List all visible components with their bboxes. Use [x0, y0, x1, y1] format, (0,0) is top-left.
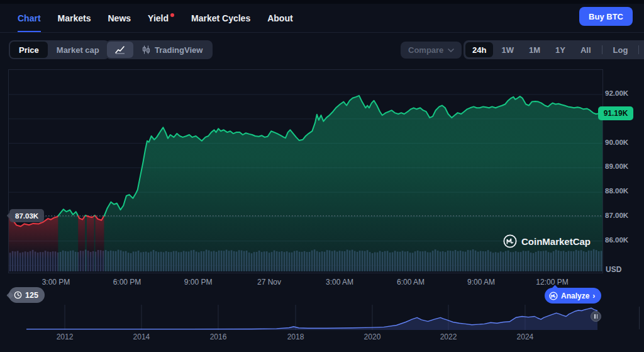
line-chart-mode-button[interactable]	[107, 42, 133, 58]
x-axis-label: 27 Nov	[257, 278, 281, 287]
x-axis-label: 9:00 PM	[184, 278, 213, 287]
y-axis-label: 86.00K	[605, 236, 628, 244]
line-chart-icon	[115, 45, 125, 54]
price-marketcap-toggle: Price Market cap	[9, 40, 109, 59]
y-axis-label: 92.00K	[605, 89, 628, 98]
range-button-all[interactable]: All	[574, 42, 598, 57]
nav-item-markets[interactable]: Markets	[58, 4, 91, 32]
coinmarketcap-chart-page: ChartMarketsNewsYieldMarket CyclesAbout …	[0, 0, 644, 352]
y-axis-label: 87.00K	[605, 212, 628, 220]
history-area-fill	[26, 308, 597, 330]
candlestick-icon	[142, 45, 150, 54]
nav-item-label: Chart	[18, 13, 41, 23]
analyze-label: Analyze	[561, 292, 589, 300]
nav-item-chart[interactable]: Chart	[18, 4, 41, 32]
nav-item-label: Markets	[58, 13, 91, 23]
year-axis-label: 2014	[133, 332, 150, 341]
buy-btc-button[interactable]: Buy BTC	[579, 7, 633, 26]
notification-dot-icon	[170, 13, 174, 17]
analyze-chevron-icon: ›	[592, 292, 595, 300]
y-axis-label: 89.00K	[605, 162, 628, 171]
toggle-market-cap[interactable]: Market cap	[48, 42, 108, 58]
time-range-selector: 24h1W1M1YAllLog	[464, 40, 644, 59]
divider	[638, 45, 639, 54]
coinmarketcap-logo-icon	[503, 234, 517, 248]
x-axis-label: 6:00 AM	[397, 278, 425, 287]
log-scale-button[interactable]: Log	[606, 42, 635, 57]
brush-handle[interactable]	[591, 311, 601, 322]
y-axis-label: 90.00K	[605, 139, 628, 147]
currency-unit-label: USD	[606, 265, 621, 274]
compare-button[interactable]: Compare	[401, 42, 462, 59]
brush-handle-grip-icon	[597, 314, 598, 319]
history-count-label: 125	[25, 291, 38, 300]
nav-item-market-cycles[interactable]: Market Cycles	[191, 4, 250, 32]
divider	[602, 45, 602, 54]
year-axis-label: 2012	[57, 332, 74, 341]
brush-handle-grip-icon	[594, 314, 596, 319]
range-button-1y[interactable]: 1Y	[548, 42, 572, 57]
x-axis-label: 6:00 PM	[113, 278, 142, 287]
chevron-down-icon	[448, 48, 454, 52]
nav-item-news[interactable]: News	[108, 4, 131, 32]
y-axis-label: 88.00K	[605, 187, 628, 195]
brush-right-edge-divider	[639, 307, 640, 329]
analyze-cmc-logo-icon	[549, 292, 558, 300]
year-axis-label: 2016	[210, 332, 227, 341]
history-brush-chart[interactable]	[26, 305, 597, 330]
watermark-label: CoinMarketCap	[521, 236, 591, 247]
compare-label: Compare	[408, 45, 443, 55]
nav-item-label: About	[267, 13, 292, 23]
nav-item-label: Yield	[148, 13, 169, 23]
analyze-button[interactable]: Analyze ›	[545, 288, 601, 304]
history-brush-svg	[26, 305, 597, 330]
toggle-price[interactable]: Price	[10, 42, 48, 58]
history-count-badge[interactable]: 125	[9, 287, 45, 303]
range-button-24h[interactable]: 24h	[465, 42, 493, 57]
x-axis-label: 3:00 PM	[42, 278, 70, 287]
current-price-tag: 91.19K	[598, 106, 633, 120]
watermark: CoinMarketCap	[503, 234, 591, 248]
year-axis-label: 2018	[287, 332, 304, 341]
tradingview-label: TradingView	[155, 45, 203, 55]
year-axis-label: 2022	[440, 332, 457, 341]
nav-item-about[interactable]: About	[267, 4, 292, 32]
chart-type-toggle: TradingView	[106, 40, 213, 59]
start-price-pill: 87.03K	[9, 209, 44, 222]
range-button-1w[interactable]: 1W	[494, 42, 521, 57]
section-navbar: ChartMarketsNewsYieldMarket CyclesAbout	[0, 4, 644, 33]
range-button-1m[interactable]: 1M	[522, 42, 547, 57]
x-axis-label: 12:00 PM	[536, 278, 568, 287]
nav-item-label: News	[108, 13, 131, 23]
tradingview-mode-button[interactable]: TradingView	[133, 42, 211, 58]
year-axis-label: 2024	[517, 332, 534, 341]
nav-item-label: Market Cycles	[191, 13, 250, 23]
x-axis-label: 3:00 AM	[326, 278, 353, 287]
nav-item-yield[interactable]: Yield	[148, 4, 174, 32]
clock-icon	[14, 291, 22, 299]
x-axis-label: 9:00 AM	[467, 278, 495, 287]
year-axis-label: 2020	[364, 332, 381, 341]
